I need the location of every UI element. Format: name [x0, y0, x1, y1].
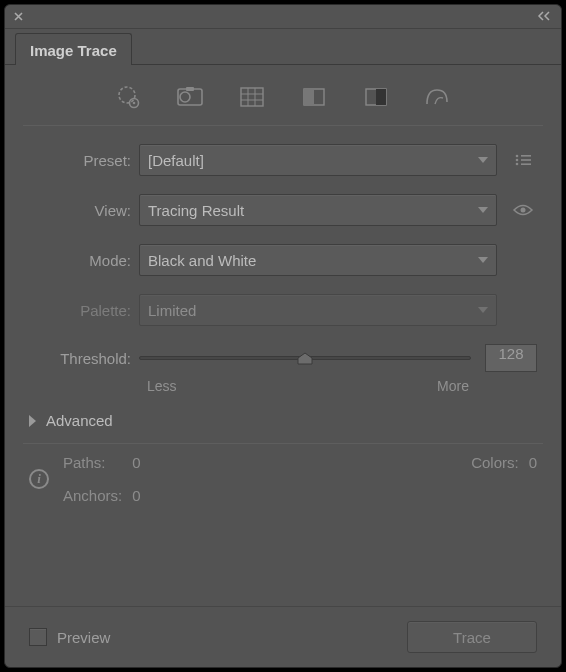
preset-menu-icon[interactable]	[509, 146, 537, 174]
mode-label: Mode:	[29, 252, 139, 269]
svg-rect-6	[241, 88, 263, 106]
threshold-max-label: More	[437, 378, 469, 394]
disclosure-right-icon	[29, 415, 36, 427]
bottom-bar: Preview Trace	[5, 606, 561, 667]
advanced-toggle[interactable]: Advanced	[5, 394, 561, 443]
tab-row: Image Trace	[5, 29, 561, 65]
preset-outline-icon[interactable]	[421, 83, 455, 111]
svg-rect-12	[304, 89, 314, 105]
threshold-input[interactable]: 128	[485, 344, 537, 372]
svg-point-15	[516, 155, 519, 158]
anchors-value: 0	[132, 487, 140, 504]
view-dropdown[interactable]: Tracing Result	[139, 194, 497, 226]
info-area: i Paths: 0 Colors: 0 Anchors: 0	[5, 444, 561, 522]
mode-value: Black and White	[148, 252, 256, 269]
svg-point-19	[516, 163, 519, 166]
preset-dropdown[interactable]: [Default]	[139, 144, 497, 176]
image-trace-panel: Image Trace Preset: [Default]	[4, 4, 562, 668]
preset-value: [Default]	[148, 152, 204, 169]
preset-high-color-icon[interactable]	[173, 83, 207, 111]
svg-rect-14	[376, 89, 386, 105]
preview-label: Preview	[57, 629, 110, 646]
svg-rect-18	[521, 159, 531, 161]
trace-button[interactable]: Trace	[407, 621, 537, 653]
advanced-label: Advanced	[46, 412, 113, 429]
svg-point-21	[521, 208, 526, 213]
palette-dropdown: Limited	[139, 294, 497, 326]
info-icon: i	[29, 469, 49, 489]
preset-low-color-icon[interactable]	[235, 83, 269, 111]
preset-black-white-icon[interactable]	[359, 83, 393, 111]
threshold-slider[interactable]	[139, 356, 471, 360]
view-value: Tracing Result	[148, 202, 244, 219]
palette-value: Limited	[148, 302, 196, 319]
svg-marker-22	[298, 353, 312, 364]
slider-thumb-icon[interactable]	[296, 352, 314, 364]
svg-rect-16	[521, 155, 531, 157]
svg-rect-5	[186, 87, 194, 91]
form-area: Preset: [Default] View: Tracing Result M…	[5, 126, 561, 394]
threshold-label: Threshold:	[29, 350, 139, 367]
chevron-down-icon	[478, 257, 488, 263]
preset-icon-row	[5, 65, 561, 125]
view-label: View:	[29, 202, 139, 219]
threshold-min-label: Less	[147, 378, 177, 394]
svg-point-17	[516, 159, 519, 162]
colors-value: 0	[529, 454, 537, 471]
palette-label: Palette:	[29, 302, 139, 319]
collapse-icon[interactable]	[537, 10, 553, 24]
chevron-down-icon	[478, 157, 488, 163]
svg-point-0	[119, 87, 135, 103]
chevron-down-icon	[478, 307, 488, 313]
eye-icon[interactable]	[509, 196, 537, 224]
svg-rect-20	[521, 163, 531, 165]
tab-image-trace[interactable]: Image Trace	[15, 33, 132, 65]
titlebar	[5, 5, 561, 29]
mode-dropdown[interactable]: Black and White	[139, 244, 497, 276]
chevron-down-icon	[478, 207, 488, 213]
preview-checkbox[interactable]	[29, 628, 47, 646]
preset-label: Preset:	[29, 152, 139, 169]
paths-label: Paths:	[63, 454, 122, 471]
colors-label: Colors:	[471, 454, 519, 471]
preset-grayscale-icon[interactable]	[297, 83, 331, 111]
svg-point-4	[180, 92, 190, 102]
close-icon[interactable]	[13, 11, 24, 22]
paths-value: 0	[132, 454, 140, 471]
preset-auto-color-icon[interactable]	[111, 83, 145, 111]
anchors-label: Anchors:	[63, 487, 122, 504]
svg-point-2	[133, 102, 136, 105]
